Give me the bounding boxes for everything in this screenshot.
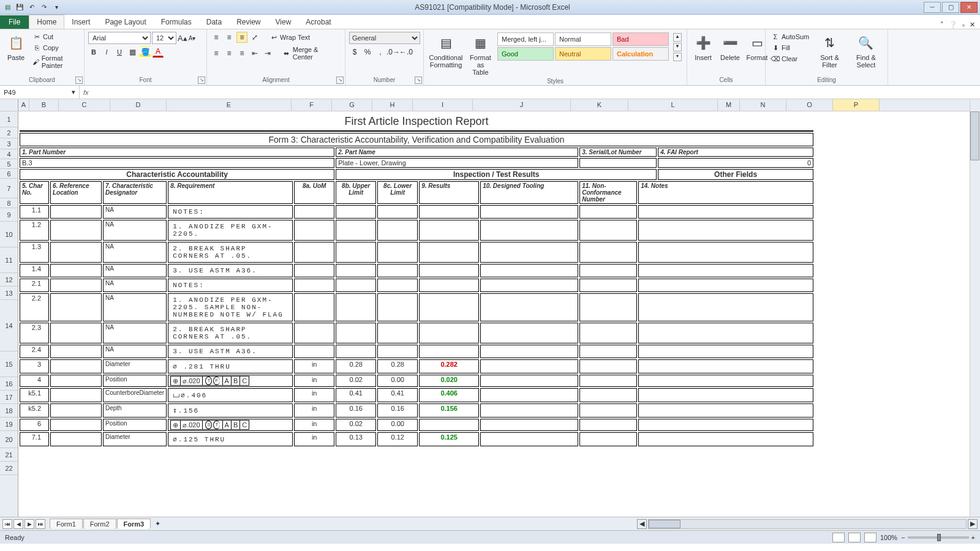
align-center-icon[interactable]: ≡ [224,48,235,59]
style-calc[interactable]: Calculation [612,47,669,61]
window-restore-icon[interactable]: ▫ [962,21,965,29]
indent-inc-icon[interactable]: ⇥ [262,48,273,59]
merge-center-button[interactable]: ⬌Merge & Center [281,45,341,61]
clear-button[interactable]: ⌫Clear [769,54,811,64]
style-merged[interactable]: Merged, left j... [497,32,554,46]
wrap-text-button[interactable]: ↩Wrap Text [268,32,312,43]
tab-nav-prev[interactable]: ◀ [13,519,23,529]
close-button[interactable]: ✕ [960,2,978,13]
style-normal[interactable]: Normal [555,32,611,46]
currency-icon[interactable]: $ [349,47,360,58]
fai-report-form: First Article Inspection ReportForm 3: C… [18,111,815,448]
sheet-tab-form1[interactable]: Form1 [50,519,83,529]
pagelayout-view-button[interactable] [848,533,861,542]
styles-scroll-down[interactable]: ▼ [673,43,682,51]
alignment-launcher[interactable]: ↘ [336,77,344,84]
zoom-out-button[interactable]: − [901,534,905,541]
hscroll-right[interactable]: ▶ [968,519,978,529]
data-tab[interactable]: Data [199,15,229,29]
namebox-dropdown-icon[interactable]: ▾ [72,88,75,96]
insert-tab[interactable]: Insert [64,15,97,29]
styles-scroll-up[interactable]: ▲ [673,33,682,42]
orientation-icon[interactable]: ⤢ [249,32,260,43]
align-middle-icon[interactable]: ≡ [224,32,235,43]
inc-decimal-icon[interactable]: .0→ [388,47,399,58]
formula-bar[interactable]: fx [80,89,980,96]
style-good[interactable]: Good [497,47,554,61]
percent-icon[interactable]: % [362,47,373,58]
maximize-button[interactable]: ▢ [942,2,959,13]
review-tab[interactable]: Review [229,15,268,29]
zoom-slider[interactable] [908,536,969,539]
horizontal-scrollbar[interactable] [648,519,967,529]
find-select-button[interactable]: 🔍Find & Select [848,32,884,70]
autosum-button[interactable]: ΣAutoSum [769,32,811,42]
font-launcher[interactable]: ↘ [198,77,205,84]
pagelayout-tab[interactable]: Page Layout [97,15,153,29]
style-neutral[interactable]: Neutral [555,47,611,61]
new-sheet-icon[interactable]: ✦ [155,520,160,528]
comma-icon[interactable]: , [375,47,386,58]
style-bad[interactable]: Bad [612,32,669,46]
paste-button[interactable]: 📋 Paste [4,32,28,62]
shrink-font-icon[interactable]: A▾ [189,35,196,42]
sheet-tab-form3[interactable]: Form3 [117,519,151,529]
acrobat-tab[interactable]: Acrobat [298,15,338,29]
format-painter-button[interactable]: 🖌Format Painter [31,54,80,70]
dec-decimal-icon[interactable]: ←.0 [401,47,412,58]
clipboard-launcher[interactable]: ↘ [75,77,83,84]
grow-font-icon[interactable]: A▴ [178,34,187,43]
row-headers[interactable]: 12345678910111213141516171819202122 [0,111,18,517]
format-as-table-button[interactable]: ▦Format as Table [467,32,494,77]
underline-button[interactable]: U [114,47,125,58]
redo-icon[interactable]: ↷ [39,2,49,12]
tab-nav-first[interactable]: ⏮ [2,519,12,529]
hscroll-left[interactable]: ◀ [637,519,647,529]
vertical-scrollbar[interactable] [970,99,980,517]
undo-icon[interactable]: ↶ [27,2,37,12]
copy-button[interactable]: ⎘Copy [31,43,80,53]
qat-dropdown-icon[interactable]: ▾ [51,2,61,12]
pagebreak-view-button[interactable] [864,533,876,542]
fill-color-button[interactable]: 🪣 [140,47,151,58]
align-right-icon[interactable]: ≡ [236,48,247,59]
sheet-tab-form2[interactable]: Form2 [83,519,116,529]
number-launcher[interactable]: ↘ [415,77,422,84]
delete-cells-button[interactable]: ➖Delete [718,32,742,62]
formulas-tab[interactable]: Formulas [154,15,199,29]
home-tab[interactable]: Home [29,15,64,29]
tab-nav-next[interactable]: ▶ [24,519,34,529]
styles-more[interactable]: ▾ [673,53,682,61]
paste-icon: 📋 [6,33,26,53]
align-top-icon[interactable]: ≡ [211,32,222,43]
align-bottom-icon[interactable]: ≡ [236,32,247,43]
font-size-select[interactable]: 12 [152,32,176,44]
font-name-select[interactable]: Arial [88,32,151,44]
tab-nav-last[interactable]: ⏭ [36,519,45,529]
indent-dec-icon[interactable]: ⇤ [249,48,260,59]
fill-button[interactable]: ⬇Fill [769,43,811,53]
minimize-ribbon-icon[interactable]: ˄ [940,21,944,29]
sort-filter-button[interactable]: ⇅Sort & Filter [813,32,846,70]
view-tab[interactable]: View [268,15,299,29]
bold-button[interactable]: B [88,47,99,58]
save-icon[interactable]: 💾 [15,2,24,12]
number-format-select[interactable]: General [349,32,420,44]
normal-view-button[interactable] [832,533,845,542]
border-button[interactable]: ▦ [127,47,138,58]
minimize-button[interactable]: ─ [924,2,941,13]
conditional-formatting-button[interactable]: ▤Conditional Formatting [428,32,464,70]
italic-button[interactable]: I [101,47,112,58]
cut-button[interactable]: ✂Cut [31,32,80,42]
name-box[interactable]: P49▾ [0,86,80,99]
file-tab[interactable]: File [0,15,29,29]
zoom-in-button[interactable]: + [971,534,975,541]
insert-cells-button[interactable]: ➕Insert [691,32,715,62]
window-close-icon[interactable]: ✕ [970,21,975,29]
fx-icon[interactable]: fx [83,89,89,96]
help-icon[interactable]: ❔ [949,21,957,29]
align-left-icon[interactable]: ≡ [211,48,222,59]
font-color-button[interactable]: A [153,47,164,58]
column-headers[interactable]: ABCDEFGHIJKLMNOP [0,99,980,111]
cell-grid[interactable]: First Article Inspection ReportForm 3: C… [18,111,980,517]
